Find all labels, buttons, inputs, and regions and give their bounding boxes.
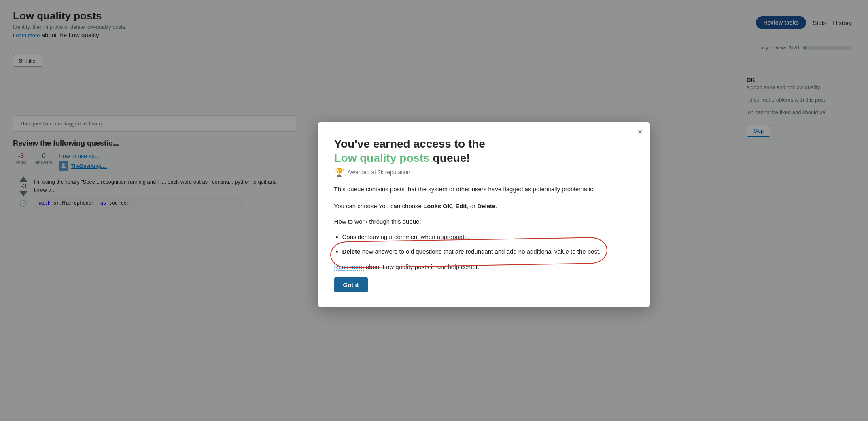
modal: × You've earned access to the Low qualit… xyxy=(318,122,650,307)
modal-title: You've earned access to the Low quality … xyxy=(334,136,634,165)
modal-body: This queue contains posts that the syste… xyxy=(334,184,634,292)
trophy-icon: 🏆 xyxy=(334,167,344,177)
instructions-list: Consider leaving a comment when appropri… xyxy=(342,232,634,256)
read-more-text: Read more about Low quality posts in our… xyxy=(334,262,634,271)
instruction-2: Delete new answers to old questions that… xyxy=(342,246,634,256)
how-to-label: How to work through this queue: xyxy=(334,216,634,226)
modal-award: 🏆 Awarded at 2k reputation xyxy=(334,167,634,177)
queue-description: This queue contains posts that the syste… xyxy=(334,184,634,194)
instruction-1: Consider leaving a comment when appropri… xyxy=(342,232,634,241)
choices-description: You can choose You can choose Looks OK, … xyxy=(334,201,634,211)
choices-text: You can choose Looks OK, Edit, or Delete… xyxy=(379,202,497,209)
read-more-link[interactable]: Read more xyxy=(334,263,364,270)
got-it-button[interactable]: Got it xyxy=(334,277,368,292)
close-button[interactable]: × xyxy=(638,127,643,135)
delete-circle: Delete new answers to old questions that… xyxy=(342,246,601,256)
